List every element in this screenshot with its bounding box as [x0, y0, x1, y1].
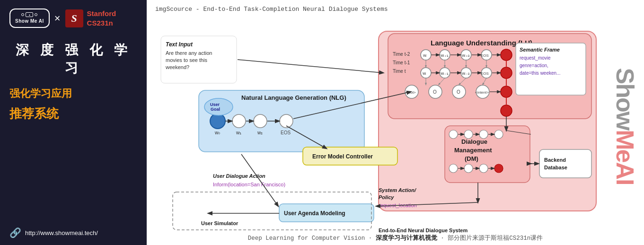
- svg-point-79: [449, 164, 458, 173]
- stanford-line2: CS231n: [87, 18, 116, 28]
- svg-text:Time t-2: Time t-2: [393, 52, 410, 57]
- svg-text:End-to-End Neural Dialogue Sys: End-to-End Neural Dialogue System: [379, 228, 468, 233]
- showme-icon-bar: [21, 12, 37, 17]
- rect-mid: [26, 12, 33, 17]
- svg-point-8: [254, 114, 267, 128]
- diagram-svg: Natural Language Generation (NLG) w₀ w₁ …: [147, 17, 644, 245]
- svg-text:EOS: EOS: [481, 53, 489, 58]
- stanford-s-logo: S: [65, 9, 83, 27]
- left-panel: Show Me AI × S Stanford CS231n 深 度 强 化 学…: [0, 0, 147, 245]
- svg-point-81: [479, 164, 488, 173]
- svg-point-82: [494, 164, 503, 173]
- svg-text:(DM): (DM): [465, 155, 478, 162]
- website-url: http://www.showmeai.tech/: [25, 229, 98, 236]
- svg-text:genre=action,: genre=action,: [520, 63, 548, 68]
- svg-point-74: [479, 130, 488, 139]
- svg-point-10: [280, 114, 293, 128]
- svg-point-4: [210, 114, 225, 129]
- svg-text:User: User: [210, 102, 220, 107]
- dot-left: [21, 13, 24, 16]
- svg-text:Time t: Time t: [393, 69, 406, 74]
- footer-text: Deep Learning for Computer Vision · 深度学习…: [147, 234, 644, 242]
- svg-text:wᵢ₋₁: wᵢ₋₁: [440, 71, 449, 76]
- title-chinese: 深 度 强 化 学 习: [9, 41, 137, 77]
- svg-text:weekend?: weekend?: [165, 64, 189, 70]
- svg-text:O: O: [457, 89, 460, 95]
- svg-text:wᵢ₋₂: wᵢ₋₂: [461, 71, 470, 76]
- svg-text:<intent>: <intent>: [475, 90, 489, 95]
- svg-text:Text Input: Text Input: [166, 41, 193, 48]
- svg-text:request_movie: request_movie: [520, 55, 551, 61]
- img-source-label: imgScource - End-to-End Task-Completion …: [155, 6, 388, 13]
- svg-text:Time t-1: Time t-1: [393, 60, 410, 65]
- svg-text:Policy: Policy: [379, 194, 394, 200]
- svg-text:Management: Management: [454, 147, 492, 154]
- svg-point-56: [501, 105, 512, 116]
- website-area: 🔗 http://www.showmeai.tech/: [9, 227, 137, 238]
- subtitle-rl-app: 强化学习应用: [9, 87, 137, 101]
- footer-zh: 深度学习与计算机视觉: [376, 235, 437, 241]
- svg-text:date=this weeken...: date=this weeken...: [520, 70, 560, 76]
- svg-text:System Action/: System Action/: [379, 187, 417, 193]
- svg-text:Dialogue: Dialogue: [461, 138, 487, 145]
- subtitle-recommend: 推荐系统: [9, 105, 137, 122]
- diagram-svg-element: Natural Language Generation (NLG) w₀ w₁ …: [147, 17, 620, 235]
- svg-point-53: [501, 49, 512, 61]
- svg-text:wᵢ: wᵢ: [422, 71, 427, 76]
- svg-text:w₀: w₀: [214, 130, 220, 135]
- svg-text:Error Model Controller: Error Model Controller: [312, 153, 373, 160]
- svg-text:wᵢ₊₂: wᵢ₊₂: [461, 53, 470, 58]
- svg-text:Database: Database: [544, 165, 567, 170]
- svg-text:movies to see this: movies to see this: [166, 57, 208, 63]
- svg-point-55: [501, 86, 512, 97]
- footer-en: Deep Learning for Computer Vision ·: [248, 235, 376, 242]
- svg-text:Semantic Frame: Semantic Frame: [520, 47, 560, 52]
- svg-point-72: [449, 130, 458, 139]
- showme-logo: Show Me AI: [9, 9, 50, 28]
- svg-point-75: [494, 130, 503, 139]
- times-symbol: ×: [54, 12, 61, 25]
- stanford-text: Stanford CS231n: [87, 9, 116, 27]
- svg-text:O: O: [433, 89, 437, 95]
- diagram-container: ShowMeAI Natural Language Generation (NL…: [147, 17, 644, 245]
- right-panel: imgScource - End-to-End Task-Completion …: [147, 0, 644, 245]
- svg-text:EOS: EOS: [481, 71, 489, 76]
- showme-text-label: Show Me AI: [15, 18, 44, 24]
- svg-point-54: [501, 67, 512, 79]
- svg-point-80: [464, 164, 473, 173]
- svg-text:Natural Language Generation (N: Natural Language Generation (NLG): [241, 94, 346, 101]
- svg-rect-86: [539, 149, 591, 178]
- svg-text:Backend: Backend: [544, 157, 566, 163]
- svg-text:w₂: w₂: [257, 130, 263, 135]
- svg-text:User Simulator: User Simulator: [201, 220, 238, 226]
- svg-text:Are there any action: Are there any action: [166, 50, 212, 56]
- svg-text:User Dialogue Action: User Dialogue Action: [213, 173, 265, 179]
- svg-text:Inform(location=San Francisco): Inform(location=San Francisco): [213, 182, 285, 187]
- svg-text:User Agenda Modeling: User Agenda Modeling: [284, 210, 345, 217]
- website-icon: 🔗: [9, 227, 21, 238]
- svg-text:Goal: Goal: [211, 107, 220, 112]
- svg-point-73: [464, 130, 473, 139]
- svg-text:EOS: EOS: [281, 130, 291, 135]
- logo-area: Show Me AI × S Stanford CS231n: [9, 9, 137, 28]
- dot-right: [35, 13, 37, 16]
- svg-text:w₁: w₁: [236, 130, 241, 135]
- svg-text:wᵢ: wᵢ: [423, 53, 427, 58]
- stanford-line1: Stanford: [87, 9, 116, 18]
- stanford-logo: S Stanford CS231n: [65, 9, 116, 27]
- svg-text:wᵢ₊₁: wᵢ₊₁: [440, 53, 449, 58]
- footer-source: · 部分图片来源于斯坦福CS231n课件: [441, 235, 543, 242]
- svg-point-6: [232, 114, 246, 128]
